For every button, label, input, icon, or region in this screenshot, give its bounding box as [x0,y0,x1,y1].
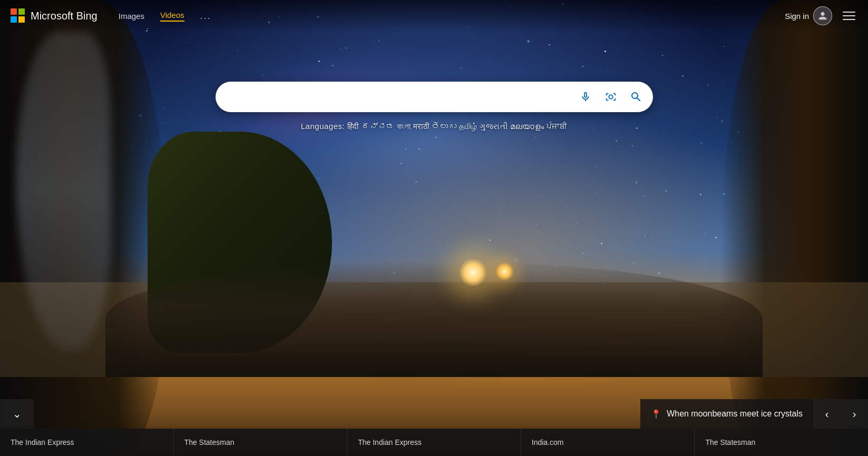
bottom-news-bar: The Indian Express The Statesman The Ind… [0,429,868,456]
news-item-2[interactable]: The Indian Express [347,429,521,456]
sign-in-button[interactable]: Sign in [785,6,832,25]
logo-square-green [18,8,25,15]
nav-links: Images Videos ... [119,11,211,22]
info-bar: ⌄ 📍 When moonbeams meet ice crystals ‹ › [0,399,868,429]
navbar: Microsoft Bing Images Videos ... Sign in [0,0,868,32]
logo-square-red [11,8,17,15]
search-icons [574,85,648,108]
image-description: When moonbeams meet ice crystals [667,409,803,419]
news-source-4: The Statesman [705,438,755,447]
nav-images[interactable]: Images [119,12,144,21]
nav-videos[interactable]: Videos [160,11,184,22]
nav-right: Sign in [785,6,857,25]
visual-search-button[interactable] [599,85,622,108]
news-item-0[interactable]: The Indian Express [0,429,174,456]
hamburger-line-2 [843,15,855,16]
news-item-3[interactable]: India.com [521,429,695,456]
rocks-foreground [105,261,763,377]
hamburger-menu[interactable] [841,9,857,22]
microphone-button[interactable] [574,85,597,108]
news-source-2: The Indian Express [358,438,422,447]
search-area: Languages: हिंदी ಕನ್ನಡ বাংলা मराठी తెలుగ… [216,82,653,131]
languages-bar: Languages: हिंदी ಕನ್ನಡ বাংলা मराठी తెలుగ… [216,122,653,131]
lang-bengali[interactable]: বাংলা [397,122,411,131]
news-source-3: India.com [532,438,564,447]
news-source-1: The Statesman [184,438,235,447]
lang-telugu[interactable]: తెలుగు [432,122,457,131]
prev-icon: ‹ [825,408,829,420]
lang-kannada[interactable]: ಕನ್ನಡ [362,122,395,131]
cave-right [720,0,868,456]
lang-tamil[interactable]: தமிழ் [459,122,477,131]
next-icon: › [853,408,856,420]
search-box [216,82,653,112]
logo-area[interactable]: Microsoft Bing [11,8,97,23]
user-avatar [813,6,832,25]
sign-in-label: Sign in [785,12,809,21]
scroll-down-icon: ⌄ [13,408,22,420]
prev-button[interactable]: ‹ [813,399,841,429]
hamburger-line-3 [843,19,855,20]
svg-point-0 [609,95,612,98]
logo-square-yellow [18,16,25,23]
nav-more[interactable]: ... [200,11,211,22]
hamburger-line-1 [843,12,855,13]
news-item-1[interactable]: The Statesman [174,429,348,456]
lang-marathi[interactable]: मराठी [413,122,430,131]
location-info[interactable]: 📍 When moonbeams meet ice crystals [640,399,813,429]
moon-primary [459,258,487,287]
lang-hindi[interactable]: हिंदी [347,122,359,131]
moon-secondary [495,262,514,281]
scroll-down-button[interactable]: ⌄ [0,399,34,429]
news-source-0: The Indian Express [11,438,74,447]
news-item-4[interactable]: The Statesman [695,429,868,456]
search-input[interactable] [226,92,574,103]
languages-prefix: Languages: [301,122,345,131]
search-button[interactable] [625,85,648,108]
lang-malayalam[interactable]: മലയാളം [510,122,544,131]
microsoft-logo [11,8,25,23]
lang-punjabi[interactable]: ਪੰਜਾਬੀ [547,122,568,131]
lang-gujarati[interactable]: ગુજરાતી [480,122,508,131]
app-name: Microsoft Bing [31,10,97,22]
next-button[interactable]: › [841,399,868,429]
location-icon: 📍 [651,409,661,419]
logo-square-blue [11,16,17,23]
